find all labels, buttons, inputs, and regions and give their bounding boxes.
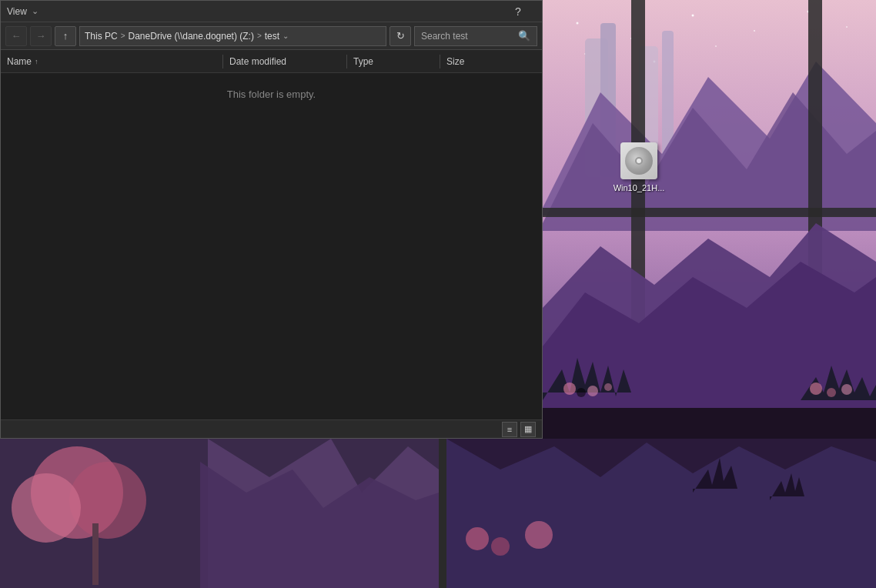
col-header-name[interactable]: Name ↑ <box>7 56 222 67</box>
svg-point-24 <box>587 386 598 396</box>
search-icon[interactable]: 🔍 <box>518 30 530 42</box>
title-bar-controls: ? <box>500 1 536 22</box>
svg-point-26 <box>810 383 822 395</box>
svg-rect-18 <box>543 208 876 217</box>
breadcrumb-chevron[interactable]: ⌄ <box>283 32 289 40</box>
view-details-icon[interactable]: ≡ <box>502 422 517 437</box>
col-header-size[interactable]: Size <box>440 56 502 67</box>
refresh-button[interactable]: ↻ <box>390 26 411 46</box>
svg-point-39 <box>466 527 489 550</box>
up-button[interactable]: ↑ <box>55 26 76 46</box>
svg-rect-21 <box>543 408 876 439</box>
svg-rect-37 <box>439 439 446 588</box>
search-bar[interactable]: Search test 🔍 <box>414 26 537 46</box>
breadcrumb-sep1: > <box>121 32 125 40</box>
svg-point-25 <box>604 383 612 391</box>
svg-point-23 <box>577 388 586 397</box>
disc-icon <box>625 147 653 175</box>
svg-point-40 <box>491 537 510 556</box>
help-button[interactable]: ? <box>500 1 536 22</box>
view-tiles-icon[interactable]: ▦ <box>520 422 536 437</box>
column-headers: Name ↑ Date modified Type Size <box>1 50 542 73</box>
forward-button[interactable]: → <box>30 26 52 46</box>
file-list: This folder is empty. <box>1 73 542 419</box>
svg-point-9 <box>715 45 717 47</box>
chevron-icon[interactable]: ⌄ <box>32 6 38 16</box>
svg-rect-34 <box>92 523 99 585</box>
svg-point-28 <box>841 384 852 395</box>
status-bar: ≡ ▦ <box>1 419 542 438</box>
icon-label: Win10_21H... <box>614 182 665 193</box>
svg-point-3 <box>692 15 694 17</box>
svg-point-6 <box>846 26 848 28</box>
empty-folder-message: This folder is empty. <box>227 89 316 100</box>
col-header-type[interactable]: Type <box>347 56 440 67</box>
svg-point-41 <box>525 521 553 549</box>
back-button[interactable]: ← <box>5 26 27 46</box>
breadcrumb: This PC > DaneDrive (\\dane.dognet) (Z:)… <box>79 26 386 46</box>
icon-image <box>620 142 657 179</box>
search-text: Search test <box>421 31 468 42</box>
disc-center <box>635 157 643 165</box>
svg-point-1 <box>577 22 579 25</box>
sort-indicator: ↑ <box>35 58 38 65</box>
title-bar-text: View <box>7 6 27 17</box>
toolbar-area: ← → ↑ This PC > DaneDrive (\\dane.dognet… <box>1 22 542 50</box>
svg-point-4 <box>754 30 755 32</box>
title-bar-left: View ⌄ <box>7 6 38 17</box>
desktop-icon-win10[interactable]: Win10_21H... <box>608 142 670 193</box>
svg-point-33 <box>12 473 81 543</box>
col-header-date[interactable]: Date modified <box>223 56 346 67</box>
svg-point-27 <box>827 388 836 397</box>
breadcrumb-folder[interactable]: test <box>265 31 279 42</box>
title-bar: View ⌄ ? <box>1 1 542 22</box>
breadcrumb-danedrive[interactable]: DaneDrive (\\dane.dognet) (Z:) <box>129 31 254 42</box>
breadcrumb-this-pc[interactable]: This PC <box>85 31 118 42</box>
explorer-window: View ⌄ ? ← → ↑ This PC > DaneDrive (\\da… <box>0 0 543 439</box>
svg-point-22 <box>563 383 576 395</box>
svg-point-32 <box>69 462 146 539</box>
breadcrumb-sep2: > <box>257 32 262 40</box>
